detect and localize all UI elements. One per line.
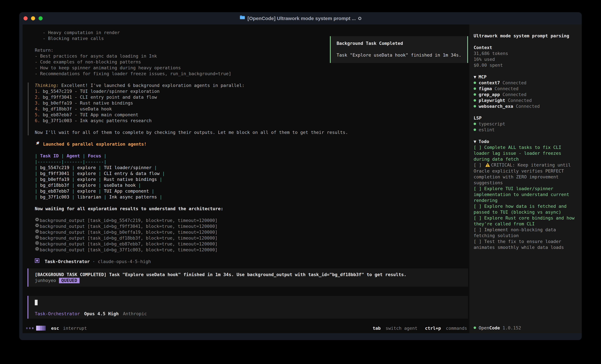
todo-item: [ ] Explore how data is fetched and pass… [474,203,578,215]
gear-icon [35,229,40,235]
text-cursor [35,300,38,305]
transcript-line: background_output [task_id=bg_5547c219, … [22,218,469,223]
toast-title: Background Task Completed [337,40,461,46]
lsp-heading: LSP [474,115,578,121]
session-ring-icon [358,17,361,20]
spinner-dots-icon [26,327,33,329]
todo-item: [ ] Implement non-blocking data fetching… [474,227,578,239]
transcript-line: | bg_5547c219 | explore | TUI loader/spi… [22,165,469,171]
gear-icon [35,241,40,247]
rocket-icon [35,140,40,147]
brand-open: Open [479,325,489,331]
window-bottom-edge [19,333,582,340]
mcp-server-item: grep_app Connected [474,92,578,97]
spinner-bar-icon [36,326,46,331]
transcript: - Heavy computation in render - Blocking… [22,30,469,265]
minimize-window-button[interactable] [31,16,35,20]
mcp-heading[interactable]: ▼MCP [474,74,578,80]
connected-dot-icon [474,128,476,131]
transcript-line: |---------|-------|-------| [22,159,469,165]
transcript-line: 6. bg_37f1c003 - Ink async patterns rese… [28,118,469,124]
ctrlp-key-label: commands [446,326,467,331]
connected-dot-icon [474,99,476,102]
zoom-window-button[interactable] [39,16,43,20]
connected-dot-icon [474,87,476,90]
transcript-line: Now waiting for all exploration results … [22,206,469,212]
gear-icon [35,217,40,223]
mcp-server-item: playwright Connected [474,97,578,103]
transcript-line: - How to keep spinner animating during h… [22,65,469,71]
queued-message-card: [BACKGROUND TASK COMPLETED] Task "Explor… [27,268,468,287]
left-gutter [19,24,22,333]
connected-dot-icon [474,105,476,107]
transcript-line [22,77,469,83]
transcript-line: | bg_eb87ebb7 | explore | TUI App compon… [22,188,469,194]
lsp-section: LSP typescripteslint [474,115,578,133]
todo-heading[interactable]: ▼Todo [474,139,578,144]
transcript-line: | bg_b0effa19 | explore | Rust native bi… [22,176,469,182]
todo-item: [ ] CRITICAL: Keep iterating until Oracl… [474,162,578,186]
transcript-line: 5. bg_eb87ebb7 - TUI App main component [28,112,469,118]
queued-status-badge: QUEUED [59,278,80,283]
transcript-line: | bg_f9ff3041 | explore | CLI entry & da… [22,171,469,176]
transcript-line [22,147,469,153]
todo-item: [ ] Explore Rust core bindings and how t… [474,215,578,227]
context-spent: $0.00 spent [474,62,578,68]
transcript-line: Launched 6 parallel exploration agents! [22,141,469,147]
folder-icon [240,15,245,21]
chevron-down-icon: ▼ [474,139,476,144]
queued-message-text: [BACKGROUND TASK COMPLETED] Task "Explor… [35,272,464,278]
sidebar: Ultrawork mode system prompt parsing Con… [469,24,582,333]
transcript-line: 2. bg_f9ff3041 - CLI entry point and dat… [28,94,469,100]
todo-item: [ ] Complete ALL tasks to fix CLI loader… [474,144,578,162]
app-version: 1.0.152 [502,325,521,331]
transcript-line: 3. bg_b0effa19 - Rust native bindings [28,100,469,106]
esc-key-hint: esc [51,326,59,331]
transcript-line: background_output [task_id=bg_37f1c003, … [22,247,469,253]
transcript-line: background_output [task_id=bg_f9ff3041, … [22,223,469,229]
transcript-line: - Heavy computation in render [22,30,469,36]
mcp-server-item: websearch_exa Connected [474,103,578,109]
transcript-line: | Task ID | Agent | Focus | [22,153,469,159]
terminal-main-pane: - Heavy computation in render - Blocking… [22,24,469,333]
title-bar: [OpenCode] Ultrawork mode system prompt … [19,12,582,24]
transcript-line: Thinking: Excellent! I've launched 6 bac… [28,83,469,88]
model-provider: Anthropic [123,311,147,317]
chevron-down-icon: ▼ [474,74,476,79]
mcp-server-item: context7 Connected [474,80,578,86]
transcript-line: background_output [task_id=bg_eb87ebb7, … [22,241,469,247]
ctrlp-key-hint: ctrl+p [425,326,441,331]
traffic-lights [23,12,43,24]
active-agent-name[interactable]: Task-Orchestrator [35,311,80,317]
app-version-footer: OpenCode 1.0.152 [474,325,578,331]
mcp-section: ▼MCP context7 Connectedfigma Connectedgr… [474,74,578,109]
transcript-line [22,200,469,206]
connected-dot-icon [474,123,476,125]
prompt-input[interactable]: Task-Orchestrator Opus 4.5 High Anthropi… [27,296,468,319]
transcript-line [22,135,469,141]
status-dot-icon [474,326,476,329]
lsp-server-item: eslint [474,127,578,133]
transcript-line [28,124,469,129]
connected-dot-icon [474,82,476,84]
todo-item: [ ] Test the fix to ensure loader animat… [474,239,578,250]
warning-icon [485,163,490,168]
connected-dot-icon [474,93,476,96]
transcript-line: background_output [task_id=bg_b0effa19, … [22,229,469,235]
transcript-line: 1. bg_5547c219 - TUI loader/spinner expl… [28,88,469,94]
active-model-name[interactable]: Opus 4.5 High [84,311,119,317]
transcript-line: | bg_df18bb3f | explore | useData hook | [22,182,469,188]
toast-body: Task "Explore useData hook" finished in … [337,52,461,58]
todo-item: [ ] Explore TUI loader/spinner implement… [474,186,578,203]
close-window-button[interactable] [23,16,28,20]
mcp-server-item: figma Connected [474,86,578,92]
transcript-line: | bg_37f1c003 | librarian | Ink async pa… [22,194,469,200]
transcript-line: 4. bg_df18bb3f - useData hook [28,106,469,112]
lsp-server-item: typescript [474,121,578,127]
todo-section: ▼Todo [ ] Complete ALL tasks to fix CLI … [474,139,578,250]
opencode-window: [OpenCode] Ultrawork mode system prompt … [19,12,582,340]
transcript-line: - Recommendations for fixing loader free… [22,71,469,77]
gear-icon [35,235,40,241]
tab-key-label: switch agent [386,326,417,331]
transcript-line: Task-Orchestrator · claude-opus-4-5-high [22,259,469,265]
